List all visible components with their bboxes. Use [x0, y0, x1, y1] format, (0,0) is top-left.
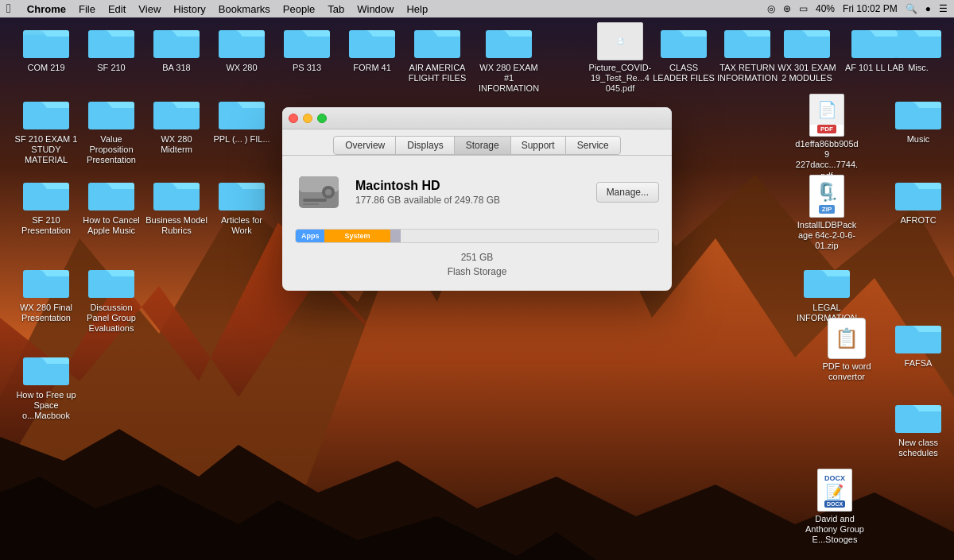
- folder-label: Value Proposition Presentation: [80, 134, 143, 166]
- folder-sf210-pres[interactable]: SF 210 Presentation: [14, 175, 78, 236]
- file-zip-ldb[interactable]: 🗜️ ZIP InstallLDBPackage 64c-2-0-6-01.zi…: [795, 175, 859, 252]
- folder-wx280-exam1[interactable]: WX 280 EXAM #1 INFORMATION: [477, 22, 541, 95]
- menu-icon[interactable]: ☰: [939, 3, 948, 14]
- file-pdf-converter[interactable]: 📋 PDF to word convertor: [815, 318, 878, 382]
- app-name-menu[interactable]: Chrome: [21, 3, 72, 15]
- storage-bar: Apps System: [296, 230, 658, 242]
- file-label: David and Anthony Group E...Stooges: [803, 514, 867, 546]
- view-menu[interactable]: View: [132, 3, 167, 15]
- folder-ps313[interactable]: PS 313: [275, 22, 339, 73]
- desktop:  Chrome File Edit View History Bookmark…: [0, 0, 954, 560]
- svg-rect-12: [88, 35, 134, 58]
- people-menu[interactable]: People: [277, 3, 321, 15]
- folder-label: TAX RETURN INFORMATION: [716, 63, 779, 83]
- tab-storage[interactable]: Storage: [454, 136, 511, 155]
- folder-label: Picture_COVID-19_Test_Re...4045.pdf: [588, 63, 652, 95]
- folder-discussion[interactable]: Discussion Panel Group Evaluations: [80, 262, 143, 334]
- folder-fafsa[interactable]: FAFSA: [886, 318, 950, 369]
- bookmarks-menu[interactable]: Bookmarks: [212, 3, 277, 15]
- close-button[interactable]: [289, 114, 298, 123]
- folder-label: PS 313: [293, 63, 321, 73]
- folder-label: SF 210: [97, 63, 125, 73]
- folder-ba318[interactable]: BA 318: [145, 22, 208, 73]
- folder-cancel-music[interactable]: How to Cancel Apple Music: [80, 175, 143, 236]
- wifi-icon: ⊛: [783, 3, 791, 14]
- file-covid-pdf[interactable]: 📄 Picture_COVID-19_Test_Re...4045.pdf: [588, 22, 652, 95]
- folder-label: WX 280 EXAM #1 INFORMATION: [477, 63, 541, 95]
- folder-label: SF 210 EXAM 1 STUDY MATERIAL: [14, 134, 78, 166]
- folder-sf210[interactable]: SF 210: [80, 22, 143, 73]
- battery-indicator: 40%: [816, 3, 835, 14]
- maximize-button[interactable]: [317, 114, 327, 123]
- folder-label: Discussion Panel Group Evaluations: [80, 303, 143, 334]
- tab-support[interactable]: Support: [510, 136, 567, 155]
- file-menu[interactable]: File: [72, 3, 102, 15]
- tab-menu[interactable]: Tab: [321, 3, 351, 15]
- folder-label: AFROTC: [900, 215, 936, 226]
- folder-wx301[interactable]: WX 301 EXAM 2 MODULES: [775, 22, 839, 83]
- minimize-button[interactable]: [303, 114, 312, 123]
- hdd-icon: [295, 168, 343, 216]
- help-menu[interactable]: Help: [400, 3, 434, 15]
- window-menu[interactable]: Window: [351, 3, 400, 15]
- folder-music[interactable]: Music: [886, 94, 950, 145]
- bar-system: System: [324, 230, 390, 242]
- folder-afrotc[interactable]: AFROTC: [886, 175, 950, 226]
- folder-wx280-midterm[interactable]: WX 280 Midterm: [145, 94, 208, 155]
- storage-header: Macintosh HD 177.86 GB available of 249.…: [295, 168, 659, 216]
- folder-label: FAFSA: [905, 358, 933, 369]
- folder-wx280[interactable]: WX 280: [210, 22, 273, 73]
- bar-apps-label: Apps: [301, 232, 320, 240]
- folder-wx280-final[interactable]: WX 280 Final Presentation: [14, 262, 78, 323]
- folder-com219[interactable]: COM 219: [14, 22, 78, 73]
- folder-label: WX 301 EXAM 2 MODULES: [775, 63, 839, 83]
- folder-new-schedules[interactable]: New class schedules: [886, 397, 950, 458]
- user-icon: ●: [925, 3, 931, 14]
- menubar-right: ◎ ⊛ ▭ 40% Fri 10:02 PM 🔍 ● ☰: [767, 3, 948, 14]
- tab-service[interactable]: Service: [565, 136, 621, 155]
- svg-rect-10: [23, 35, 69, 58]
- folder-class-leader[interactable]: CLASS LEADER FILES: [652, 22, 716, 83]
- folder-label: Music: [907, 134, 930, 145]
- apple-menu[interactable]: : [6, 2, 11, 16]
- file-label: PDF to word convertor: [815, 361, 878, 382]
- storage-size-info: 251 GB Flash Storage: [295, 249, 659, 278]
- folder-label: WX 280: [226, 63, 257, 73]
- folder-label: AIR AMERICA FLIGHT FILES: [405, 63, 469, 83]
- folder-label: AF 101 LL LAB: [845, 63, 904, 73]
- bar-apps: Apps: [296, 230, 324, 242]
- dialog-content: Macintosh HD 177.86 GB available of 249.…: [282, 156, 672, 291]
- folder-air-america[interactable]: AIR AMERICA FLIGHT FILES: [405, 22, 469, 83]
- history-menu[interactable]: History: [167, 3, 211, 15]
- folder-label: CLASS LEADER FILES: [652, 63, 716, 83]
- file-label: InstallLDBPackage 64c-2-0-6-01.zip: [795, 220, 859, 252]
- folder-value-prop[interactable]: Value Proposition Presentation: [80, 94, 143, 166]
- storage-info: Macintosh HD 177.86 GB available of 249.…: [355, 179, 500, 206]
- folder-label: FORM 41: [353, 63, 391, 73]
- folder-af101[interactable]: AF 101 LL LAB: [843, 22, 906, 73]
- storage-bar-container: Apps System: [295, 229, 659, 243]
- folder-ppl[interactable]: PPL (... ) FIL...: [210, 94, 273, 145]
- file-david-docx[interactable]: DOCX 📝 DOCX David and Anthony Group E...…: [803, 469, 867, 546]
- search-icon[interactable]: 🔍: [906, 3, 917, 14]
- folder-form41[interactable]: FORM 41: [340, 22, 404, 73]
- folder-label: COM 219: [27, 63, 64, 73]
- folder-label: How to Cancel Apple Music: [80, 215, 143, 236]
- tab-overview[interactable]: Overview: [333, 136, 397, 155]
- folder-business-model[interactable]: Business Model Rubrics: [145, 175, 208, 236]
- drive-name: Macintosh HD: [355, 179, 500, 193]
- edit-menu[interactable]: Edit: [102, 3, 132, 15]
- manage-button[interactable]: Manage...: [596, 182, 659, 203]
- folder-label: WX 280 Midterm: [145, 134, 208, 155]
- traffic-lights: [289, 114, 327, 123]
- folder-label: SF 210 Presentation: [14, 215, 78, 236]
- file-d1effa-pdf[interactable]: 📄 PDF d1effa86bb905d9 227dacc...7744.pdf: [795, 94, 859, 181]
- tab-displays[interactable]: Displays: [395, 136, 455, 155]
- folder-articles[interactable]: Articles for Work: [210, 175, 273, 236]
- folder-sf210-exam1[interactable]: SF 210 EXAM 1 STUDY MATERIAL: [14, 94, 78, 166]
- folder-tax-return[interactable]: TAX RETURN INFORMATION: [716, 22, 779, 83]
- drive-available: 177.86 GB available of 249.78 GB: [355, 195, 500, 206]
- folder-legal[interactable]: LEGAL INFORMATION: [795, 262, 859, 323]
- folder-free-space[interactable]: How to Free up Space o...Macbook: [14, 350, 78, 422]
- folder-label: Misc.: [908, 63, 929, 73]
